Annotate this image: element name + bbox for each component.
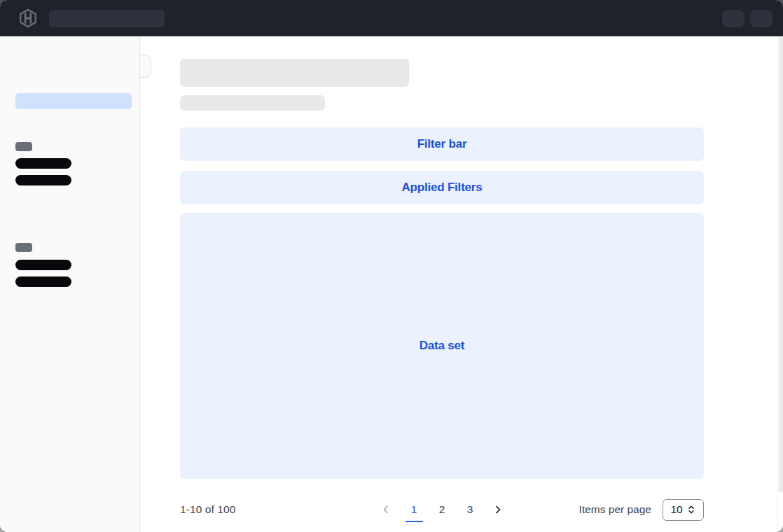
items-per-page-container: Items per page 10 xyxy=(507,499,705,521)
page-button-2[interactable]: 2 xyxy=(434,497,451,522)
page-title-skeleton xyxy=(180,59,409,87)
items-per-page-select[interactable]: 10 xyxy=(663,499,704,521)
scrollbar-track xyxy=(777,36,783,532)
navbar-button-skeleton xyxy=(722,10,744,27)
next-page-button[interactable] xyxy=(490,497,507,522)
sidebar-group-label-skeleton xyxy=(15,243,32,252)
app-window: Filter bar Applied Filters Data set 1-10… xyxy=(0,0,783,532)
select-caret-icon xyxy=(686,505,696,514)
data-set-label: Data set xyxy=(420,339,465,353)
data-set-placeholder: Data set xyxy=(180,213,704,479)
filter-bar-placeholder: Filter bar xyxy=(180,127,704,161)
page-button-1[interactable]: 1 xyxy=(406,497,423,522)
top-navbar xyxy=(0,0,783,36)
sidebar-item-skeleton xyxy=(15,260,71,270)
items-per-page-label: Items per page xyxy=(579,503,651,516)
sidebar-item-skeleton xyxy=(15,276,71,287)
chevron-left-icon xyxy=(380,504,392,515)
sidebar-item-skeleton xyxy=(15,175,71,186)
sidebar xyxy=(0,36,140,532)
page-subtitle-skeleton xyxy=(180,95,325,111)
sidebar-active-item-skeleton xyxy=(15,93,132,109)
navbar-search-skeleton xyxy=(49,10,165,27)
sidebar-toggle-button[interactable] xyxy=(140,55,151,78)
filter-bar-label: Filter bar xyxy=(417,137,467,151)
sidebar-item-skeleton xyxy=(15,158,71,169)
hashicorp-logo-icon xyxy=(18,8,38,28)
pager: 1 2 3 xyxy=(377,497,507,522)
applied-filters-placeholder: Applied Filters xyxy=(180,171,704,204)
sidebar-group-label-skeleton xyxy=(15,142,32,151)
page-button-3[interactable]: 3 xyxy=(462,497,479,522)
pagination-bar: 1-10 of 100 1 2 3 Items per page xyxy=(180,490,704,529)
pagination-range-container: 1-10 of 100 xyxy=(180,503,377,516)
previous-page-button[interactable] xyxy=(377,497,395,522)
items-per-page-value: 10 xyxy=(670,503,682,516)
chevron-right-icon xyxy=(492,504,504,515)
scrollbar-thumb[interactable] xyxy=(779,37,783,492)
navbar-button-skeleton xyxy=(750,10,772,27)
pagination-range-text: 1-10 of 100 xyxy=(180,503,236,516)
applied-filters-label: Applied Filters xyxy=(401,181,482,195)
